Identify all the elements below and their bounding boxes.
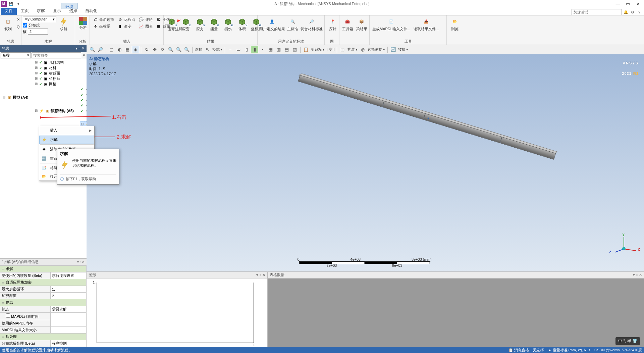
- zoom3-icon[interactable]: 🔍: [175, 46, 182, 53]
- status-messages[interactable]: 📋 消息窗格: [508, 348, 529, 353]
- filter-type-combo[interactable]: 名称▾: [1, 52, 31, 58]
- tree-node[interactable]: ✔▫分析设置: [80, 87, 87, 92]
- duplicate-button[interactable]: 📋 复制: [1, 16, 15, 32]
- notification-icon[interactable]: 🔔: [623, 9, 629, 15]
- result-变形[interactable]: U变形: [165, 16, 178, 32]
- sel-more2-icon[interactable]: ▤: [283, 46, 290, 53]
- cores-input[interactable]: 2: [28, 29, 48, 35]
- zoom-icon[interactable]: 🔎: [97, 46, 104, 53]
- gen-mapdl-button[interactable]: 📄生成MAPDL输入文件...: [371, 16, 412, 32]
- pin-icon[interactable]: ▾: [75, 46, 77, 51]
- probe-button[interactable]: 📍探针: [326, 16, 339, 32]
- ctx-insert[interactable]: 插入▶: [39, 126, 94, 135]
- selby-label[interactable]: 选择依据 ▾: [367, 47, 386, 52]
- sel-elem-icon[interactable]: ▦: [267, 46, 274, 53]
- tree-node[interactable]: ✔▣横截面: [34, 70, 61, 76]
- help-icon[interactable]: ?: [637, 9, 642, 15]
- clip-icon[interactable]: 📋: [302, 46, 310, 53]
- shaded-icon[interactable]: ◐: [116, 46, 123, 53]
- remote-point-button[interactable]: ⊙远程点: [116, 16, 137, 23]
- result-能量[interactable]: E能量: [207, 16, 221, 32]
- iso-icon[interactable]: ◈: [132, 46, 139, 53]
- details-cores-value[interactable]: 求解流程设置: [51, 272, 87, 279]
- rotate-icon[interactable]: ↻: [143, 46, 150, 53]
- wire-icon[interactable]: ▦: [124, 46, 131, 53]
- tree-node[interactable]: ✔▣几何结构: [34, 60, 64, 65]
- box-icon[interactable]: ▢: [108, 46, 115, 53]
- tab-home[interactable]: 主页: [17, 7, 33, 15]
- float-icon[interactable]: ▫: [79, 46, 80, 51]
- main-criteria-button[interactable]: 🔍主标准: [286, 16, 300, 32]
- sel-body-icon[interactable]: ▮: [251, 46, 258, 53]
- ctx-solve[interactable]: 求解: [39, 136, 94, 144]
- tree-node[interactable]: ✔▫力 2: [80, 108, 87, 113]
- tree-node[interactable]: ✔▫力: [80, 97, 87, 103]
- zoom2-icon[interactable]: 🔍: [167, 46, 174, 53]
- settings-icon[interactable]: ⚙: [630, 9, 635, 15]
- user-result-button[interactable]: 👤用户定义的结果: [259, 16, 285, 32]
- q-button[interactable]: Q: [15, 23, 21, 30]
- analyze-button[interactable]: 分析: [76, 16, 90, 30]
- distributed-checkbox[interactable]: [23, 23, 27, 28]
- named-selection-button[interactable]: 🏷命名选择: [91, 16, 115, 23]
- selby-icon[interactable]: ◎: [359, 46, 366, 53]
- expand-label[interactable]: 扩展 ▾: [347, 47, 358, 52]
- convert-icon[interactable]: 🔄: [389, 46, 397, 53]
- comment-button[interactable]: 💬评论: [137, 16, 154, 23]
- command-button[interactable]: ▮命令: [116, 23, 137, 30]
- close-panel-icon[interactable]: ✕: [82, 46, 85, 51]
- composite-criteria-button[interactable]: 🔎复合材料标准: [300, 16, 323, 32]
- sel-more1-icon[interactable]: ▥: [275, 46, 282, 53]
- read-result-button[interactable]: 📥读取结果文件...: [412, 16, 440, 32]
- chart-button[interactable]: 📈图表: [137, 23, 154, 30]
- sel-node-icon[interactable]: ▪: [259, 46, 266, 53]
- table-data-area[interactable]: [268, 279, 644, 347]
- file-tab[interactable]: 文件: [1, 7, 17, 15]
- clipboard-label[interactable]: 剪贴板 ▾: [310, 47, 325, 52]
- tree-node[interactable]: ✔▫固定支撑 2: [80, 103, 87, 108]
- tab-automation[interactable]: 自动化: [81, 7, 101, 15]
- browse-button[interactable]: 📂浏览: [448, 16, 462, 32]
- axis-triad[interactable]: Y X Z: [610, 235, 637, 262]
- close-button[interactable]: ✕: [634, 1, 642, 7]
- tree-node[interactable]: ✔▣材料: [34, 65, 57, 70]
- cursor-icon[interactable]: ↖: [204, 46, 211, 53]
- convert-label[interactable]: 转换 ▾: [397, 47, 409, 52]
- toolbox-button[interactable]: 🧰工具箱: [341, 16, 354, 32]
- context-tab-environment[interactable]: 环境: [61, 3, 78, 9]
- zoom-fit-icon[interactable]: 🔍: [89, 46, 96, 53]
- details-distpost-value[interactable]: 程序控制: [51, 340, 87, 347]
- result-损伤[interactable]: D损伤: [221, 16, 235, 32]
- sel-vertex-icon[interactable]: ▫: [227, 46, 234, 53]
- zoom4-icon[interactable]: 🔍: [183, 46, 191, 53]
- save-icon[interactable]: 💾: [8, 1, 14, 7]
- 3d-viewport[interactable]: A: 静态结构 求解 时间: 1. S 2022/7/24 17:17 ΛNSY…: [87, 54, 644, 271]
- quick-launch-input[interactable]: [572, 9, 622, 15]
- result-体积[interactable]: V体积: [235, 16, 249, 32]
- beam-result-button[interactable]: 📦梁结果: [355, 16, 368, 32]
- tree-node[interactable]: ✔▣网格: [34, 81, 57, 87]
- close3-icon[interactable]: ✕: [639, 273, 642, 277]
- details-depth-value[interactable]: 2.: [51, 293, 87, 299]
- float3-icon[interactable]: ▫: [636, 273, 638, 277]
- orbit-icon[interactable]: ⟳: [159, 46, 166, 53]
- outline-search-input[interactable]: [32, 52, 81, 58]
- search-go-icon[interactable]: ▾: [82, 52, 86, 59]
- tree-static-structural[interactable]: ⚡▣静态结构 (A5): [34, 108, 74, 113]
- pin2-icon[interactable]: ▾: [256, 273, 258, 277]
- tree-node[interactable]: ✔▫固定支撑: [80, 92, 87, 97]
- minimize-button[interactable]: —: [614, 1, 622, 7]
- pan-icon[interactable]: ✥: [151, 46, 158, 53]
- expand-icon[interactable]: ⬚: [339, 46, 346, 53]
- mode-label[interactable]: 模式 ▾: [212, 47, 223, 52]
- compute-target-combo[interactable]: My Computer▾: [23, 16, 56, 22]
- status-units[interactable]: ▲ 度量标准 (mm, kg, N, s: [548, 348, 590, 353]
- chart-area[interactable]: 1. 1.: [87, 279, 267, 347]
- result-应力[interactable]: O应力: [193, 16, 207, 32]
- pin3-icon[interactable]: ▾: [633, 273, 635, 277]
- restore-button[interactable]: ▭: [624, 1, 632, 7]
- close2-icon[interactable]: ✕: [262, 273, 265, 277]
- details-maxloops-value[interactable]: 1.: [51, 286, 87, 293]
- tab-solve[interactable]: 求解: [33, 7, 49, 15]
- qat-dropdown-icon[interactable]: ▾: [15, 1, 21, 7]
